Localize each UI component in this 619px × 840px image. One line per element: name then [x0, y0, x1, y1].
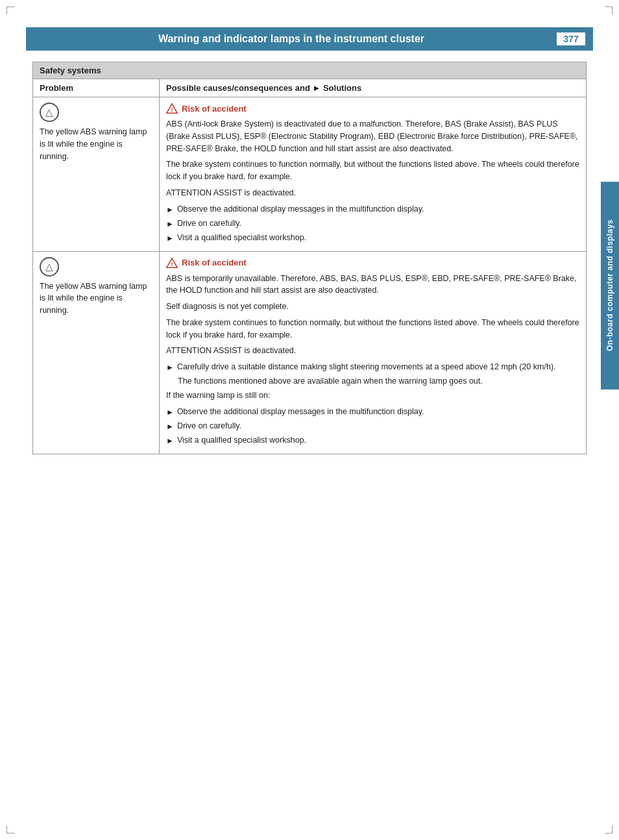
bullet-text: Observe the additional display messages …	[177, 203, 579, 216]
bullet-arrow-icon: ►	[166, 218, 174, 230]
bullet-text: Visit a qualified specialist workshop.	[177, 232, 579, 244]
header-bar: Warning and indicator lamps in the instr…	[26, 27, 593, 51]
bullet-arrow-icon: ►	[166, 204, 174, 216]
col-header-causes: Possible causes/consequences and ► Solut…	[160, 79, 587, 97]
abs-icon-symbol-2: △	[45, 261, 53, 273]
risk-label-1: Risk of accident	[182, 104, 247, 114]
bullet-text: Carefully drive a suitable distance maki…	[177, 361, 579, 373]
safety-table: Safety systems Problem Possible causes/c…	[32, 62, 587, 454]
col-header-problem: Problem	[33, 79, 160, 97]
abs-icon-symbol: △	[45, 106, 53, 118]
bullet-item: ► Drive on carefully.	[166, 217, 579, 230]
bullet-arrow-icon: ►	[166, 232, 174, 244]
body-text-1-3: ATTENTION ASSIST is deactivated.	[166, 187, 579, 199]
column-header-row: Problem Possible causes/consequences and…	[33, 79, 587, 97]
svg-text:!: !	[171, 261, 173, 267]
svg-text:!: !	[171, 106, 173, 113]
causes-cell-1: ! Risk of accident ABS (Anti-lock Brake …	[160, 97, 587, 252]
bullet-item: ► Visit a qualified specialist workshop.	[166, 434, 579, 447]
main-content: Safety systems Problem Possible causes/c…	[32, 62, 587, 808]
problem-text-2: The yellow ABS warning lamp is lit while…	[40, 280, 152, 317]
page-number: 377	[557, 32, 585, 45]
body-text-1-1: ABS (Anti-lock Brake System) is deactiva…	[166, 118, 579, 154]
section-header: Safety systems	[33, 62, 587, 79]
table-row: △ The yellow ABS warning lamp is lit whi…	[33, 251, 587, 454]
corner-mark-br	[605, 826, 613, 834]
bullet-arrow-icon: ►	[166, 406, 174, 418]
body-text-2-3: The brake system continues to function n…	[166, 317, 579, 341]
body-text-2-4: ATTENTION ASSIST is deactivated.	[166, 345, 579, 357]
section-header-row: Safety systems	[33, 62, 587, 79]
abs-icon-2: △	[40, 257, 59, 277]
bullet1-main: Carefully drive a suitable distance maki…	[177, 362, 556, 371]
bullet-arrow-icon: ►	[166, 435, 174, 447]
side-tab-label: On-board computer and displays	[605, 219, 614, 351]
bullet-item: ► Observe the additional display message…	[166, 203, 579, 216]
bullet-text: Visit a qualified specialist workshop.	[177, 434, 579, 447]
table-row: △ The yellow ABS warning lamp is lit whi…	[33, 97, 587, 252]
bullet-item: ► Observe the additional display message…	[166, 406, 579, 418]
col-header-causes-text: Possible causes/consequences and ► Solut…	[166, 83, 361, 93]
bullet-item: ► Visit a qualified specialist workshop.	[166, 232, 579, 244]
problem-text-1: The yellow ABS warning lamp is lit while…	[40, 126, 152, 162]
bullet-arrow-icon: ►	[166, 362, 174, 373]
risk-header-2: ! Risk of accident	[166, 257, 579, 269]
bullet-text: Drive on carefully.	[177, 217, 579, 230]
body-text-2-1: ABS is temporarily unavailable. Therefor…	[166, 273, 579, 297]
bullet-arrow-icon: ►	[166, 421, 174, 432]
corner-mark-tl	[6, 6, 14, 14]
bullet-text: Observe the additional display messages …	[177, 406, 579, 418]
body-text-1-2: The brake system continues to function n…	[166, 158, 579, 183]
risk-header-1: ! Risk of accident	[166, 103, 579, 114]
risk-label-2: Risk of accident	[182, 258, 247, 267]
bullet-item: ► Drive on carefully.	[166, 420, 579, 432]
corner-mark-tr	[605, 6, 613, 14]
side-tab: On-board computer and displays	[601, 182, 619, 389]
body-text-2-2: Self diagnosis is not yet complete.	[166, 301, 579, 313]
bullet-text: Drive on carefully.	[177, 420, 579, 432]
warning-triangle-icon-2: !	[166, 257, 178, 269]
if-text: If the warning lamp is still on:	[166, 389, 579, 402]
bullet1-sub1: The functions mentioned above are availa…	[166, 375, 579, 388]
abs-icon-1: △	[40, 103, 59, 122]
bullet-item: ► Carefully drive a suitable distance ma…	[166, 361, 579, 373]
problem-cell-2: △ The yellow ABS warning lamp is lit whi…	[33, 251, 160, 454]
problem-cell-1: △ The yellow ABS warning lamp is lit whi…	[33, 97, 160, 252]
causes-cell-2: ! Risk of accident ABS is temporarily un…	[160, 251, 587, 454]
corner-mark-bl	[6, 826, 14, 834]
warning-triangle-icon-1: !	[166, 103, 178, 114]
header-title: Warning and indicator lamps in the instr…	[26, 33, 557, 45]
